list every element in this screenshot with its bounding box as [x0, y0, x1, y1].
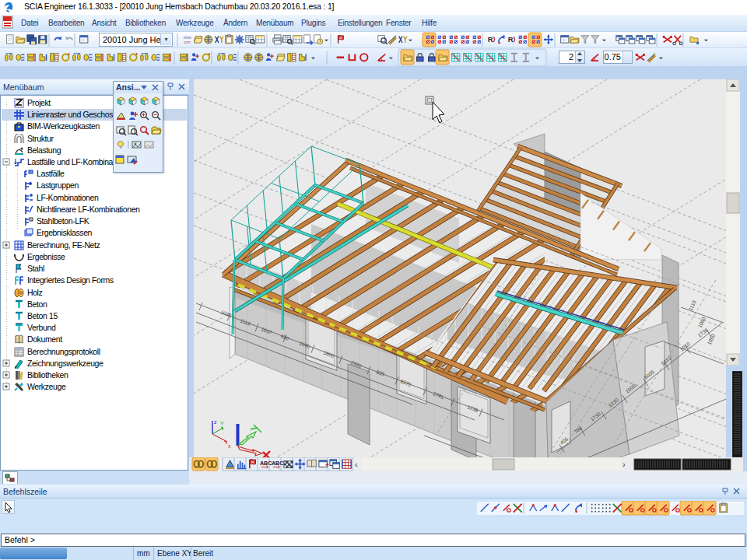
- svg-text:›: ›: [622, 460, 626, 469]
- svg-text:x: x: [228, 443, 231, 449]
- svg-text:Y: Y: [220, 421, 224, 426]
- svg-text:z: z: [214, 419, 217, 425]
- svg-text:‹: ‹: [355, 460, 358, 469]
